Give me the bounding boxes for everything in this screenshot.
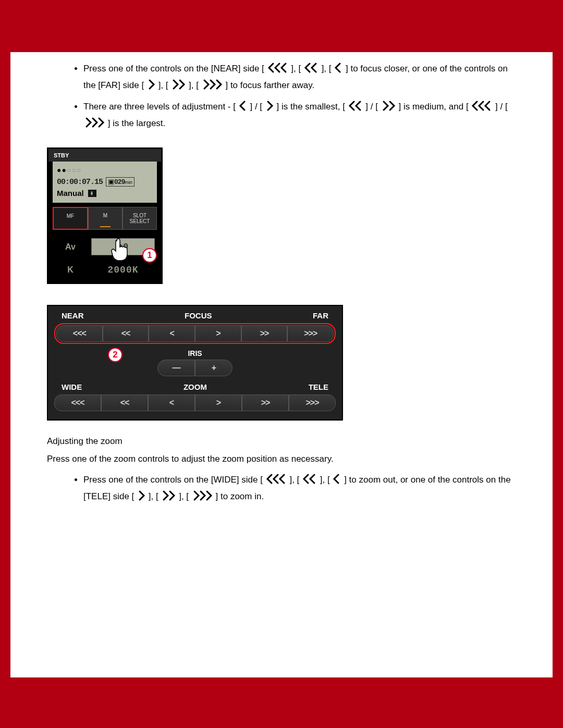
page-dots: ●●○○○ xyxy=(57,166,153,174)
zoom-label: ZOOM xyxy=(82,382,308,391)
text: ], [ xyxy=(189,80,199,90)
text: ] / [ xyxy=(495,102,508,112)
text: Press one of the controls on the [NEAR] … xyxy=(83,64,264,73)
far-label: FAR xyxy=(313,311,328,320)
text: ], [ xyxy=(289,475,299,485)
focus-far-3-button[interactable]: >>> xyxy=(287,325,334,342)
text: ] / [ xyxy=(250,102,262,112)
focus-far-1-button[interactable]: > xyxy=(195,325,241,342)
zoom-tele-3-button[interactable]: >>> xyxy=(289,394,336,411)
focus-near-2-button[interactable]: << xyxy=(103,325,149,342)
double-right-chevron-icon xyxy=(381,100,396,112)
single-right-chevron-icon xyxy=(146,79,156,90)
remaining-time: ▣029min xyxy=(106,177,134,187)
text: Press one of the controls on the [WIDE] … xyxy=(83,475,263,485)
manual-mode-label: Manual ⧱ xyxy=(57,189,153,198)
zoom-instruction-1: Press one of the controls on the [WIDE] … xyxy=(83,472,516,505)
zoom-button-strip: <<< << < > >> >>> xyxy=(54,394,336,411)
zoom-intro: Press one of the zoom controls to adjust… xyxy=(47,454,516,464)
single-right-chevron-icon xyxy=(137,490,146,501)
text: ] is the largest. xyxy=(108,118,166,128)
iris-plus-button[interactable]: + xyxy=(195,360,232,376)
text: ] to focus farther away. xyxy=(225,80,314,90)
double-right-chevron-icon xyxy=(170,79,186,90)
text: ], [ xyxy=(322,64,332,73)
double-left-chevron-icon xyxy=(302,473,317,485)
zoom-tele-1-button[interactable]: > xyxy=(195,394,242,411)
triple-right-chevron-icon xyxy=(201,79,223,90)
lcd-panel: ●●○○○ 00:00:07.15 ▣029min Manual ⧱ xyxy=(53,162,157,203)
double-left-chevron-icon xyxy=(303,62,319,73)
text: ] / [ xyxy=(365,102,378,112)
tele-label: TELE xyxy=(309,382,328,391)
focus-far-2-button[interactable]: >> xyxy=(241,325,288,342)
triple-left-chevron-icon xyxy=(267,62,289,73)
single-left-chevron-icon xyxy=(332,473,341,485)
text: ] is medium, and [ xyxy=(398,102,468,112)
text: There are three levels of adjustment - [ xyxy=(83,102,236,112)
text: ], [ xyxy=(291,64,301,73)
text: ], [ xyxy=(320,475,330,485)
single-right-chevron-icon xyxy=(265,100,274,112)
stby-indicator: STBY xyxy=(48,149,161,162)
single-left-chevron-icon xyxy=(334,62,343,73)
text: ], [ xyxy=(158,80,168,90)
focus-instructions-list: Press one of the controls on the [NEAR] … xyxy=(47,60,516,132)
callout-1: 1 xyxy=(142,248,157,263)
triple-left-chevron-icon xyxy=(471,100,493,112)
focus-instruction-1: Press one of the controls on the [NEAR] … xyxy=(83,60,516,94)
zoom-wide-2-button[interactable]: << xyxy=(101,394,148,411)
triple-left-chevron-icon xyxy=(265,473,287,485)
iris-minus-button[interactable]: — xyxy=(157,360,195,376)
iris-label: IRIS xyxy=(54,349,336,357)
focus-label: FOCUS xyxy=(84,311,313,320)
zoom-instructions-list: Press one of the controls on the [WIDE] … xyxy=(47,472,516,505)
zoom-heading: Adjusting the zoom xyxy=(47,436,516,447)
focus-iris-zoom-panel-figure: NEAR FOCUS FAR <<< << < > >> >>> IRIS — … xyxy=(47,305,343,421)
double-right-chevron-icon xyxy=(161,490,176,501)
focus-instruction-2: There are three levels of adjustment - [… xyxy=(83,98,516,132)
focus-near-1-button[interactable]: < xyxy=(149,325,195,342)
single-left-chevron-icon xyxy=(238,100,248,112)
slot-select-button[interactable]: SLOT SELECT xyxy=(123,207,157,230)
triple-right-chevron-icon xyxy=(191,490,213,501)
near-label: NEAR xyxy=(62,311,84,320)
k-value: 2000K xyxy=(91,265,155,275)
triple-right-chevron-icon xyxy=(83,117,105,128)
camera-screen-figure: STBY ●●○○○ 00:00:07.15 ▣029min Manual ⧱ … xyxy=(47,147,163,284)
double-left-chevron-icon xyxy=(348,100,363,112)
zoom-tele-2-button[interactable]: >> xyxy=(242,394,289,411)
m-button[interactable]: M xyxy=(88,207,123,230)
text: ] is the smallest, [ xyxy=(277,102,345,112)
iris-button-strip: — + xyxy=(54,360,336,376)
zoom-wide-3-button[interactable]: <<< xyxy=(54,394,101,411)
av-label: Av xyxy=(55,242,86,252)
callout-2: 2 xyxy=(108,348,123,362)
tap-hand-icon xyxy=(108,238,129,263)
document-page: Press one of the controls on the [NEAR] … xyxy=(10,52,553,677)
focus-near-3-button[interactable]: <<< xyxy=(56,325,103,342)
wide-label: WIDE xyxy=(62,382,82,391)
k-label: K xyxy=(55,265,86,275)
timecode-value: 00:00:07.15 xyxy=(57,178,103,187)
text: ] to zoom in. xyxy=(216,491,264,501)
text: ], [ xyxy=(179,491,189,501)
zoom-wide-1-button[interactable]: < xyxy=(148,394,195,411)
mf-button[interactable]: MF xyxy=(53,207,88,230)
exposure-icon: ⧱ xyxy=(88,190,96,197)
focus-button-strip: <<< << < > >> >>> xyxy=(54,323,336,344)
text: ], [ xyxy=(149,491,158,501)
